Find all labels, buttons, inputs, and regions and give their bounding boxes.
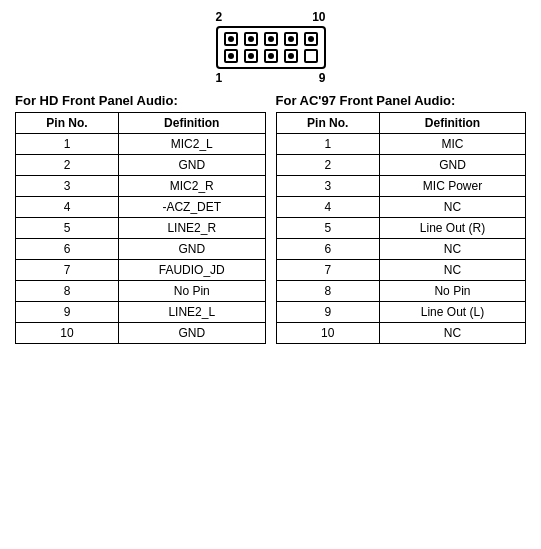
table-row: 5 LINE2_R <box>16 218 266 239</box>
pin-dot-empty <box>304 49 318 63</box>
table-row: 2 GND <box>276 155 526 176</box>
pin-dot <box>224 32 238 46</box>
hd-table-section: For HD Front Panel Audio: Pin No. Defini… <box>15 93 266 344</box>
pin-number: 7 <box>276 260 379 281</box>
pin-dot <box>244 49 258 63</box>
definition: NC <box>379 260 525 281</box>
pin-number: 6 <box>276 239 379 260</box>
pin-number: 2 <box>16 155 119 176</box>
bottom-right-pin-number: 9 <box>319 71 326 85</box>
table-row: 6 GND <box>16 239 266 260</box>
hd-col1-header: Pin No. <box>16 113 119 134</box>
definition: NC <box>379 323 525 344</box>
ac97-table-section: For AC'97 Front Panel Audio: Pin No. Def… <box>276 93 527 344</box>
pin-number: 6 <box>16 239 119 260</box>
table-row: 5 Line Out (R) <box>276 218 526 239</box>
pin-dot <box>244 32 258 46</box>
definition: LINE2_L <box>118 302 265 323</box>
page: 2 10 1 9 For <box>0 0 541 549</box>
table-row: 6 NC <box>276 239 526 260</box>
definition: MIC <box>379 134 525 155</box>
pin-dot <box>224 49 238 63</box>
hd-table-title: For HD Front Panel Audio: <box>15 93 266 108</box>
table-row: 9 Line Out (L) <box>276 302 526 323</box>
connector-diagram: 2 10 1 9 <box>15 10 526 85</box>
top-left-pin-number: 2 <box>216 10 223 24</box>
definition: LINE2_R <box>118 218 265 239</box>
connector-body <box>216 26 326 69</box>
table-row: 9 LINE2_L <box>16 302 266 323</box>
pin-number: 10 <box>16 323 119 344</box>
pin-number: 8 <box>276 281 379 302</box>
definition: -ACZ_DET <box>118 197 265 218</box>
pin-number: 4 <box>16 197 119 218</box>
definition: GND <box>118 155 265 176</box>
bottom-left-pin-number: 1 <box>216 71 223 85</box>
table-row: 10 NC <box>276 323 526 344</box>
definition: MIC Power <box>379 176 525 197</box>
pin-number: 10 <box>276 323 379 344</box>
hd-table: Pin No. Definition 1 MIC2_L 2 GND 3 MIC2… <box>15 112 266 344</box>
definition: NC <box>379 239 525 260</box>
definition: FAUDIO_JD <box>118 260 265 281</box>
table-row: 4 -ACZ_DET <box>16 197 266 218</box>
table-row: 7 NC <box>276 260 526 281</box>
definition: Line Out (R) <box>379 218 525 239</box>
definition: GND <box>118 323 265 344</box>
pin-number: 3 <box>276 176 379 197</box>
definition: No Pin <box>379 281 525 302</box>
table-row: 10 GND <box>16 323 266 344</box>
pin-number: 9 <box>16 302 119 323</box>
pin-numbers-top: 2 10 <box>216 10 326 24</box>
pin-number: 1 <box>16 134 119 155</box>
table-row: 3 MIC2_R <box>16 176 266 197</box>
pin-number: 5 <box>276 218 379 239</box>
pin-number: 2 <box>276 155 379 176</box>
pin-number: 9 <box>276 302 379 323</box>
definition: Line Out (L) <box>379 302 525 323</box>
pin-number: 1 <box>276 134 379 155</box>
table-row: 2 GND <box>16 155 266 176</box>
pin-dot <box>284 32 298 46</box>
ac97-table-header-row: Pin No. Definition <box>276 113 526 134</box>
hd-col2-header: Definition <box>118 113 265 134</box>
pin-number: 5 <box>16 218 119 239</box>
pin-numbers-bottom: 1 9 <box>216 71 326 85</box>
definition: NC <box>379 197 525 218</box>
top-right-pin-number: 10 <box>312 10 325 24</box>
pin-dot <box>264 49 278 63</box>
pin-dot <box>304 32 318 46</box>
table-row: 1 MIC2_L <box>16 134 266 155</box>
table-row: 7 FAUDIO_JD <box>16 260 266 281</box>
definition: GND <box>379 155 525 176</box>
table-row: 8 No Pin <box>16 281 266 302</box>
pin-dot <box>284 49 298 63</box>
connector-row-top <box>224 32 318 46</box>
pin-number: 3 <box>16 176 119 197</box>
definition: GND <box>118 239 265 260</box>
table-row: 1 MIC <box>276 134 526 155</box>
ac97-table-title: For AC'97 Front Panel Audio: <box>276 93 527 108</box>
table-row: 3 MIC Power <box>276 176 526 197</box>
table-row: 8 No Pin <box>276 281 526 302</box>
ac97-col1-header: Pin No. <box>276 113 379 134</box>
tables-area: For HD Front Panel Audio: Pin No. Defini… <box>15 93 526 344</box>
ac97-table: Pin No. Definition 1 MIC 2 GND 3 MIC Pow… <box>276 112 527 344</box>
definition: No Pin <box>118 281 265 302</box>
connector-row-bottom <box>224 49 318 63</box>
table-row: 4 NC <box>276 197 526 218</box>
pin-dot <box>264 32 278 46</box>
pin-number: 7 <box>16 260 119 281</box>
hd-table-header-row: Pin No. Definition <box>16 113 266 134</box>
pin-number: 8 <box>16 281 119 302</box>
definition: MIC2_R <box>118 176 265 197</box>
definition: MIC2_L <box>118 134 265 155</box>
pin-number: 4 <box>276 197 379 218</box>
ac97-col2-header: Definition <box>379 113 525 134</box>
